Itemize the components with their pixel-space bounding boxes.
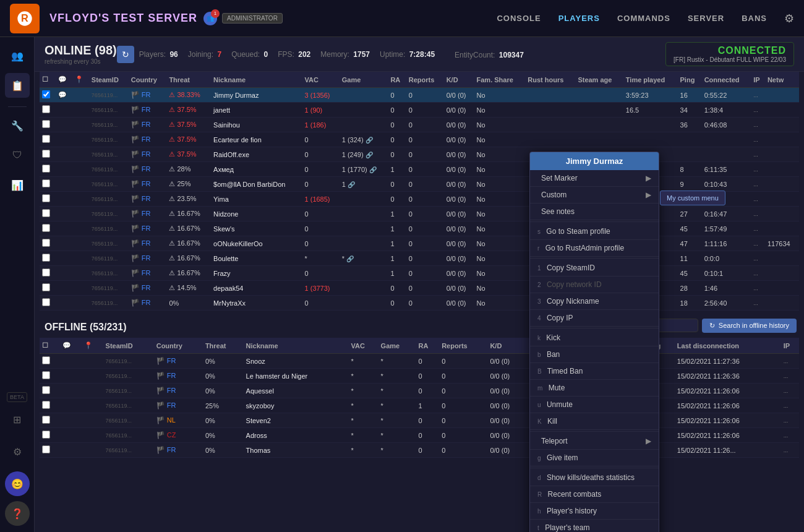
cell-check[interactable] (40, 369, 60, 384)
cell-check[interactable] (40, 221, 56, 236)
cell-check[interactable] (40, 251, 56, 266)
table-row[interactable]: 7656119... 🏴 FR ⚠ 37.5% janett 1 (90) 0 … (40, 103, 799, 118)
table-row[interactable]: 7656119... 🏴 FR ⚠ 37.5% Ecarteur de fion… (40, 132, 799, 147)
cell-check[interactable] (40, 281, 56, 296)
context-menu-item[interactable]: d Show kills/deaths statistics (530, 470, 659, 486)
sidebar-item-discord[interactable]: 😊 (5, 471, 30, 496)
table-row[interactable]: 7656119... 🏴 FR 0% Snooz * * 0 0 0/0 (0)… (40, 354, 799, 369)
context-menu-item[interactable]: u Unmute (530, 397, 659, 413)
table-row[interactable]: 7656119... 🏴 FR ⚠ 16.67% Frazy 0 1 0 0/0… (40, 266, 799, 281)
context-menu-item[interactable]: k Kick (530, 330, 659, 346)
sidebar-item-list[interactable]: 📋 (5, 73, 30, 98)
table-row[interactable]: 7656119... 🏴 FR ⚠ 37.5% Sainihou 1 (186)… (40, 118, 799, 132)
cell-ra: 0 (388, 281, 406, 296)
col-steamage: Steam age (575, 72, 623, 88)
refresh-button[interactable]: ↻ (117, 46, 134, 63)
nav-commands[interactable]: COMMANDS (617, 14, 670, 23)
cell-nickname: Adross (244, 428, 349, 443)
cell-kd: 0/0 (0) (487, 384, 526, 398)
cell-chat (56, 296, 72, 311)
context-menu-item[interactable]: K Kill (530, 413, 659, 430)
table-row[interactable]: 7656119... 🏴 FR 25% skyzoboy * * 1 0 0/0… (40, 398, 799, 413)
context-menu-item[interactable]: Set Marker ▶ (530, 170, 659, 187)
cell-ping: 34 (678, 103, 702, 118)
cell-check[interactable] (40, 296, 56, 311)
cell-connected: 0:55:22 (702, 88, 751, 103)
cell-reports: 0 (406, 103, 444, 118)
context-menu-item[interactable]: 1 Copy SteamID (530, 260, 659, 277)
sidebar-item-grid[interactable]: ⊞ (5, 407, 30, 432)
context-menu-item[interactable]: 4 Copy IP (530, 310, 659, 327)
table-row[interactable]: 7656119... 🏴 FR 0% Thomas * * 0 0 0/0 (0… (40, 443, 799, 458)
sidebar-item-stats[interactable]: 📊 (5, 173, 30, 197)
sidebar-item-players[interactable]: 👥 (5, 43, 30, 68)
cell-check[interactable] (40, 207, 56, 221)
context-menu-item[interactable]: r Go to RustAdmin profile (530, 240, 659, 257)
cell-check[interactable] (40, 354, 60, 369)
context-menu-item[interactable]: See notes (530, 204, 659, 220)
nav-console[interactable]: CONSOLE (497, 14, 541, 23)
nav-server[interactable]: SERVER (688, 14, 724, 23)
table-row[interactable]: 7656119... 🏴 NL 0% Steven2 * * 0 0 0/0 (… (40, 413, 799, 428)
nav-bans[interactable]: BANS (742, 14, 767, 23)
context-menu-item[interactable]: s Go to Steam profile (530, 223, 659, 240)
cell-check[interactable] (40, 266, 56, 281)
cell-check[interactable] (40, 428, 60, 443)
search-offline-button[interactable]: ↻ Search in offline history (702, 319, 797, 333)
queued-stat: Queued: 0 (231, 50, 268, 59)
cell-check[interactable] (40, 398, 60, 413)
cell-country: 🏴 FR (154, 398, 203, 413)
context-menu-item[interactable]: 3 Copy Nickname (530, 293, 659, 310)
cell-check[interactable] (40, 162, 56, 177)
cell-vac: 1 (1685) (302, 192, 340, 207)
context-menu-item[interactable]: R Recent combats (530, 486, 659, 503)
cell-check[interactable] (40, 192, 56, 207)
cell-check[interactable] (40, 132, 56, 147)
table-row[interactable]: 7656119... 🏴 CZ 0% Adross * * 0 0 0/0 (0… (40, 428, 799, 443)
cell-ping: 8 (678, 162, 702, 177)
table-row[interactable]: 7656119... 🏴 FR ⚠ 16.67% Nidzone 0 1 0 0… (40, 207, 799, 221)
table-row[interactable]: 💬 7656119... 🏴 FR ⚠ 38.33% Jimmy Durmaz … (40, 88, 799, 103)
tables-area[interactable]: ☐ 💬 📍 SteamID Country Threat Nickname VA… (35, 72, 804, 530)
cell-check[interactable] (40, 147, 56, 162)
cell-check[interactable] (40, 177, 56, 192)
context-menu-item[interactable]: h Player's history (530, 503, 659, 520)
cell-fam: No (474, 266, 526, 281)
cell-check[interactable] (40, 103, 56, 118)
nav-players[interactable]: PLAYERS (558, 14, 600, 23)
cell-connected: 1:46 (702, 281, 751, 296)
context-menu-item[interactable]: t Player's team (530, 520, 659, 532)
gear-icon[interactable]: ⚙ (784, 12, 794, 25)
cell-check[interactable] (40, 384, 60, 398)
cell-check[interactable] (40, 88, 56, 103)
sidebar-item-settings[interactable]: 🔧 (5, 113, 30, 138)
cell-country: 🏴 FR (129, 147, 167, 162)
table-row[interactable]: 7656119... 🏴 FR ⚠ 16.67% oONukeKillerOo … (40, 236, 799, 251)
context-menu-item[interactable]: Teleport ▶ (530, 433, 659, 450)
table-row[interactable]: 7656119... 🏴 FR ⚠ 14.5% depaak54 1 (3773… (40, 281, 799, 296)
cell-check[interactable] (40, 118, 56, 132)
context-menu-item[interactable]: B Timed Ban (530, 363, 659, 380)
cell-marker (82, 354, 103, 369)
cell-check[interactable] (40, 236, 56, 251)
table-row[interactable]: 7656119... 🏴 FR ⚠ 16.67% Skew's 0 1 0 0/… (40, 221, 799, 236)
context-menu-item[interactable]: Custom ▶ (530, 187, 659, 204)
table-row[interactable]: 7656119... 🏴 FR 0% Aquessel * * 0 0 0/0 … (40, 384, 799, 398)
cell-check[interactable] (40, 413, 60, 428)
table-row[interactable]: 7656119... 🏴 FR 0% Le hamster du Niger *… (40, 369, 799, 384)
table-row[interactable]: 7656119... 🏴 FR 0% MrNytraXx 0 0 0 0/0 (… (40, 296, 799, 311)
context-menu-item[interactable]: g Give item (530, 450, 659, 466)
table-row[interactable]: 7656119... 🏴 FR ⚠ 25% $om@llA Don BarbiD… (40, 177, 799, 192)
context-menu-item[interactable]: b Ban (530, 346, 659, 363)
sidebar-item-help[interactable]: ❓ (5, 501, 30, 526)
table-row[interactable]: 7656119... 🏴 FR ⚠ 28% Ахмед 0 1 (1770) 🔗… (40, 162, 799, 177)
sidebar-item-gear[interactable]: ⚙ (5, 439, 30, 464)
sidebar-item-shield[interactable]: 🛡 (5, 143, 30, 168)
cell-chat (56, 236, 72, 251)
table-row[interactable]: 7656119... 🏴 FR ⚠ 37.5% RaidOff.exe 0 1 … (40, 147, 799, 162)
context-menu-item[interactable]: m Mute (530, 380, 659, 397)
table-row[interactable]: 7656119... 🏴 FR ⚠ 16.67% Boulette * * 🔗 … (40, 251, 799, 266)
cell-check[interactable] (40, 443, 60, 458)
cell-ping: 11 (678, 251, 702, 266)
col-ip: IP (751, 72, 765, 88)
